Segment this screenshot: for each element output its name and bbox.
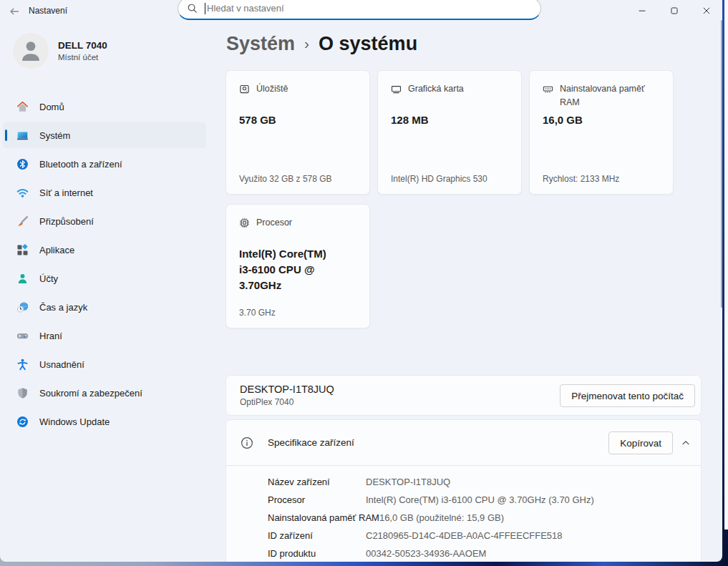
person-icon xyxy=(19,39,43,63)
overview-card: Grafická karta 128 MB Intel(R) HD Graphi… xyxy=(377,70,522,195)
gpu-icon xyxy=(391,84,402,94)
card-label-row: Nainstalovaná paměť RAM xyxy=(543,82,660,110)
sidebar-item-home[interactable]: Domů xyxy=(3,94,206,119)
search-icon xyxy=(187,3,198,14)
sidebar-item-accounts[interactable]: Účty xyxy=(3,265,206,291)
spec-value: C2180965-D14C-4DEB-A0AC-4FFEECFFE518 xyxy=(366,530,563,541)
sidebar-item-label: Čas a jazyk xyxy=(39,302,87,313)
sidebar-item-personalization[interactable]: Přizpůsobení xyxy=(3,208,206,234)
titlebar: Nastavení Hledat v nastavení xyxy=(0,0,722,21)
specifications-header[interactable]: Specifikace zařízení Kopírovat xyxy=(226,420,701,466)
account-block[interactable]: DELL 7040 Místní účet xyxy=(13,33,107,69)
card-caption: 3.70 GHz xyxy=(239,308,276,318)
sidebar-item-label: Bluetooth a zařízení xyxy=(39,159,122,170)
specifications-title: Specifikace zařízení xyxy=(268,437,354,448)
sidebar-item-accessibility[interactable]: Usnadnění xyxy=(3,351,206,377)
spec-label: ID produktu xyxy=(268,548,366,559)
close-icon xyxy=(702,6,712,16)
spec-value: Intel(R) Core(TM) i3-6100 CPU @ 3.70GHz … xyxy=(366,494,594,505)
window-title: Nastavení xyxy=(29,6,67,16)
device-name-card: DESKTOP-I1T8JUQ OptiPlex 7040 Přejmenova… xyxy=(225,375,702,416)
time-language-icon xyxy=(16,301,29,313)
window-controls xyxy=(626,0,722,21)
info-icon xyxy=(241,436,253,449)
sidebar-item-label: Soukromí a zabezpečení xyxy=(39,388,142,399)
sidebar-item-bluetooth[interactable]: Bluetooth a zařízení xyxy=(3,151,206,177)
spec-row: Nainstalovaná paměť RAM 16,0 GB (použite… xyxy=(268,509,701,527)
accounts-icon xyxy=(16,273,29,285)
card-label-row: Úložiště xyxy=(239,82,356,96)
accessibility-icon xyxy=(16,358,29,371)
back-button[interactable] xyxy=(6,3,23,20)
spec-row: ID produktu 00342-50523-34936-AAOEM xyxy=(268,545,701,562)
card-label: Grafická karta xyxy=(408,82,464,96)
search-input[interactable]: Hledat v nastavení xyxy=(178,0,541,20)
overview-card: Procesor Intel(R) Core(TM) i3-6100 CPU @… xyxy=(225,204,370,328)
spec-label: Nainstalovaná paměť RAM xyxy=(268,512,379,523)
chevron-up-icon xyxy=(681,438,691,448)
cpu-icon xyxy=(239,218,250,228)
sidebar-item-privacy[interactable]: Soukromí a zabezpečení xyxy=(3,380,206,406)
specifications-table: Název zařízení DESKTOP-I1T8JUQ Procesor … xyxy=(226,466,701,562)
storage-icon xyxy=(239,84,250,94)
overview-cards: Úložiště 578 GB Využito 32 GB z 578 GB G… xyxy=(225,70,674,328)
sidebar-item-label: Usnadnění xyxy=(39,359,84,370)
device-specifications-card: Specifikace zařízení Kopírovat Název zař… xyxy=(225,419,702,562)
personalization-icon xyxy=(16,215,29,228)
maximize-icon xyxy=(669,6,679,16)
card-value: 578 GB xyxy=(239,112,276,128)
page-title: O systému xyxy=(319,33,417,55)
text-caret xyxy=(205,3,205,14)
sidebar-item-windows-update[interactable]: Windows Update xyxy=(3,409,206,434)
minimize-button[interactable] xyxy=(626,0,658,21)
sidebar-item-gaming[interactable]: Hraní xyxy=(3,323,206,348)
collapse-button[interactable] xyxy=(676,433,696,453)
sidebar-item-apps[interactable]: Aplikace xyxy=(3,237,206,263)
search-placeholder: Hledat v nastavení xyxy=(207,3,284,14)
sidebar-item-label: Aplikace xyxy=(39,245,74,255)
chevron-right-icon: › xyxy=(304,35,309,52)
sidebar-item-label: Přizpůsobení xyxy=(39,216,94,227)
background-window-sliver xyxy=(724,0,728,530)
device-name: DESKTOP-I1T8JUQ xyxy=(240,384,334,395)
spec-row: ID zařízení C2180965-D14C-4DEB-A0AC-4FFE… xyxy=(268,527,701,545)
copy-button[interactable]: Kopírovat xyxy=(608,431,673,454)
network-icon xyxy=(16,187,29,199)
card-label: Procesor xyxy=(256,216,292,230)
spec-label: Procesor xyxy=(268,494,366,505)
back-arrow-icon xyxy=(9,6,20,17)
sidebar-item-label: Domů xyxy=(39,102,64,112)
account-type: Místní účet xyxy=(58,53,107,62)
spec-row: Název zařízení DESKTOP-I1T8JUQ xyxy=(268,473,701,491)
close-button[interactable] xyxy=(690,0,722,21)
spec-value: 16,0 GB (použitelné: 15,9 GB) xyxy=(379,512,504,523)
spec-value: DESKTOP-I1T8JUQ xyxy=(366,477,450,487)
card-caption: Intel(R) HD Graphics 530 xyxy=(391,174,487,184)
card-label: Nainstalovaná paměť RAM xyxy=(560,82,660,110)
rename-pc-button[interactable]: Přejmenovat tento počítač xyxy=(560,384,695,407)
bluetooth-icon xyxy=(16,158,29,170)
sidebar-item-label: Systém xyxy=(39,130,70,141)
sidebar-item-system[interactable]: Systém xyxy=(3,122,206,148)
account-text: DELL 7040 Místní účet xyxy=(58,40,107,62)
settings-window: Nastavení Hledat v nastavení DELL 7040 M… xyxy=(0,0,722,562)
device-model: OptiPlex 7040 xyxy=(240,397,334,407)
card-value: 16,0 GB xyxy=(543,112,583,128)
spec-value: 00342-50523-34936-AAOEM xyxy=(366,548,486,559)
gaming-icon xyxy=(16,330,29,342)
breadcrumb-parent[interactable]: Systém xyxy=(226,33,295,55)
card-label-row: Procesor xyxy=(239,216,356,230)
account-name: DELL 7040 xyxy=(58,40,107,51)
privacy-icon xyxy=(16,387,29,399)
scrollbar[interactable] xyxy=(721,20,722,308)
avatar xyxy=(13,33,49,69)
spec-label: ID zařízení xyxy=(268,530,366,541)
maximize-button[interactable] xyxy=(658,0,690,21)
home-icon xyxy=(16,101,29,113)
card-caption: Rychlost: 2133 MHz xyxy=(543,174,619,184)
card-value: Intel(R) Core(TM) i3-6100 CPU @ 3.70GHz xyxy=(239,246,339,294)
windows-update-icon xyxy=(16,416,29,428)
sidebar-item-time-language[interactable]: Čas a jazyk xyxy=(3,294,206,320)
breadcrumb: Systém › O systému xyxy=(226,33,417,55)
sidebar-item-network[interactable]: Síť a internet xyxy=(3,180,206,205)
